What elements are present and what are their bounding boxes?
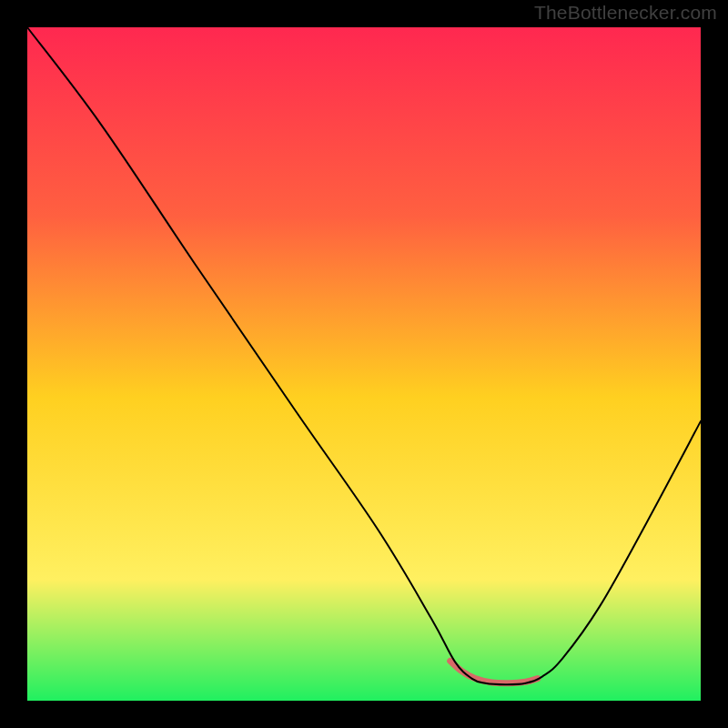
chart-container: TheBottlenecker.com [0, 0, 728, 728]
chart-svg [0, 0, 728, 728]
watermark-text: TheBottlenecker.com [534, 2, 717, 24]
plot-area [27, 27, 701, 701]
